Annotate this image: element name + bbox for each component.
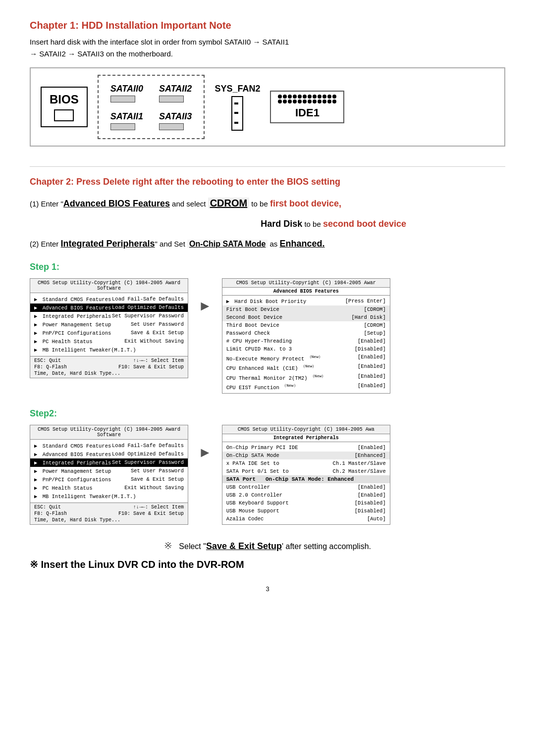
- ide-label: IDE1: [295, 106, 320, 119]
- note-bold: Save & Exit Setup: [206, 541, 282, 551]
- bios-row: ▶ MB Intelligent Tweaker(M.I.T.): [30, 346, 188, 354]
- bios-row: CPU Enhanced Halt (C1E) （New） [Enabled]: [222, 362, 390, 372]
- ide-connector: [278, 95, 336, 103]
- instruction-step1b: Hard Disk to be second boot device: [30, 216, 505, 232]
- ide-block: IDE1: [270, 91, 344, 123]
- bios-row: ▶ PnP/PCI Configurations Save & Exit Set…: [30, 329, 188, 337]
- bios-chip: [54, 109, 74, 121]
- step2-left-footer: ESC: Quit↑↓→←: Select Item F8: Q-FlashF1…: [30, 503, 188, 524]
- step2-arrow: ►: [198, 445, 212, 460]
- bios-row: USB 2.0 Controller [Enabled]: [222, 491, 390, 499]
- bios-row: Azalia Codec [Auto]: [222, 515, 390, 523]
- bios-row: ▶ PnP/PCI Configurations Save & Exit Set…: [30, 475, 188, 484]
- chapter2-title: Chapter 2: Press Delete right after the …: [30, 177, 505, 187]
- chapter1-title: Chapter 1: HDD Installation Important No…: [30, 20, 505, 31]
- bios-row: ▶ Hard Disk Boot Priority [Press Enter]: [222, 297, 390, 305]
- bios-row-sata-mode: On-Chip SATA Mode [Enhanced]: [222, 452, 390, 459]
- step1-arrow: ►: [198, 298, 212, 314]
- step1-right-bios-screen: CMOS Setup Utility-Copyright (C) 1984-20…: [222, 278, 390, 394]
- note-prefix: Select ": [179, 542, 206, 551]
- note-star: ※: [164, 540, 172, 551]
- sysfan-label: SYS_FAN2: [214, 84, 260, 94]
- bios-row: x PATA IDE Set to Ch.1 Master/Slave: [222, 459, 390, 467]
- bios-row: ▶ Advanced BIOS Features Load Optimized …: [30, 450, 188, 458]
- step1-left-footer: ESC: Quit↑↓→←: Select Item F8: Q-FlashF1…: [30, 356, 188, 378]
- bios-row: CPU Thermal Monitor 2(TM2) （New） [Enable…: [222, 372, 390, 382]
- bios-row: Third Boot Device [CDROM]: [222, 321, 390, 329]
- bios-row-selected: ▶ Advanced BIOS Features Load Optimized …: [30, 303, 188, 312]
- motherboard-diagram: BIOS SATAII0 SATAII2 SATAII1: [30, 67, 505, 147]
- bios-row: Limit CPUID Max. to 3 [Disabled]: [222, 345, 390, 353]
- chapter2-section: Chapter 2: Press Delete right after the …: [30, 177, 505, 252]
- bios-row: ▶ MB Intelligent Tweaker(M.I.T.): [30, 492, 188, 501]
- step1-left-title: CMOS Setup Utility-Copyright (C) 1984-20…: [30, 279, 188, 293]
- sysfan-block: SYS_FAN2: [214, 84, 260, 131]
- bios-row: ▶ Power Management Setup Set User Passwo…: [30, 467, 188, 475]
- bios-row: USB Controller [Enabled]: [222, 483, 390, 491]
- step1-left-bios-screen: CMOS Setup Utility-Copyright (C) 1984-20…: [30, 278, 188, 378]
- instruction-step2: (2) Enter Integrated Peripherals" and Se…: [30, 236, 505, 252]
- instruction-step1: (1) Enter "Advanced BIOS Features and se…: [30, 194, 505, 212]
- bios-row-second-boot: Second Boot Device [Hard Disk]: [222, 313, 390, 321]
- bios-row: No-Execute Memory Protect （New） [Enabled…: [222, 353, 390, 363]
- sata-slots-group: SATAII0 SATAII2 SATAII1 SATAII3: [98, 75, 205, 139]
- step1-right-title: CMOS Setup Utility-Copyright (C) 1984-20…: [222, 279, 390, 288]
- step2-right-bios-screen: CMOS Setup Utility-Copyright (C) 1984-20…: [222, 425, 390, 525]
- step2-left-bios-screen: CMOS Setup Utility-Copyright (C) 1984-20…: [30, 425, 188, 525]
- final-note-text: Insert the Linux DVR CD into the DVR-ROM: [41, 559, 244, 570]
- bios-row: ▶ PC Health Status Exit Without Saving: [30, 484, 188, 492]
- step2-content: CMOS Setup Utility-Copyright (C) 1984-20…: [30, 425, 505, 525]
- step2-right-subtitle: Integrated Peripherals: [222, 434, 390, 442]
- bios-row: USB Mouse Support [Disabled]: [222, 507, 390, 515]
- step1-title: Step 1:: [30, 262, 505, 272]
- step2-title: Step2:: [30, 408, 505, 419]
- bios-row: ▶ Integrated Peripherals Set Supervisor …: [30, 312, 188, 320]
- sata-slot-1: SATAII1: [107, 109, 147, 132]
- sata-slot-3: SATAII3: [155, 109, 196, 132]
- bios-row: # CPU Hyper-Threading [Enabled]: [222, 337, 390, 345]
- bios-row: ▶ Standard CMOS Features Load Fail-Safe …: [30, 295, 188, 303]
- sata-slot-2: SATAII2: [155, 82, 196, 104]
- bios-label: BIOS: [50, 93, 79, 106]
- bios-row: SATA Port 0/1 Set to Ch.2 Master/Slave: [222, 467, 390, 475]
- bios-row-selected: ▶ Integrated Peripherals Set Supervisor …: [30, 458, 188, 467]
- chapter1-intro: Insert hard disk with the interface slot…: [30, 36, 505, 60]
- bios-row: ▶ PC Health Status Exit Without Saving: [30, 337, 188, 346]
- bios-row: USB Keyboard Support [Disabled]: [222, 499, 390, 507]
- bios-row: Password Check [Setup]: [222, 329, 390, 337]
- final-note-symbol: ※: [30, 559, 38, 570]
- bios-overlay-row: SATA Port On-Chip SATA Mode: Enhanced: [222, 475, 390, 483]
- step2-left-title: CMOS Setup Utility-Copyright (C) 1984-20…: [30, 425, 188, 440]
- bios-row: ▶ Power Management Setup Set User Passwo…: [30, 320, 188, 329]
- note-line: ※ Select "Save & Exit Setup' after setti…: [30, 540, 505, 552]
- sysfan-connector: [231, 96, 243, 131]
- bios-row: On-Chip Primary PCI IDE [Enabled]: [222, 444, 390, 452]
- step1-content: CMOS Setup Utility-Copyright (C) 1984-20…: [30, 278, 505, 394]
- sata-slot-0: SATAII0: [107, 82, 147, 104]
- bios-row: ▶ Standard CMOS Features Load Fail-Safe …: [30, 442, 188, 450]
- bios-row-first-boot: First Boot Device [CDROM]: [222, 305, 390, 313]
- page-number: 3: [30, 585, 505, 593]
- bios-block: BIOS: [41, 87, 88, 127]
- bios-row: CPU EIST Function （New） [Enabled]: [222, 382, 390, 392]
- step2-right-title: CMOS Setup Utility-Copyright (C) 1984-20…: [222, 425, 390, 434]
- step1-right-subtitle: Advanced BIOS Features: [222, 288, 390, 296]
- final-note: ※ Insert the Linux DVR CD into the DVR-R…: [30, 558, 505, 570]
- note-suffix: ' after setting accomplish.: [282, 542, 371, 551]
